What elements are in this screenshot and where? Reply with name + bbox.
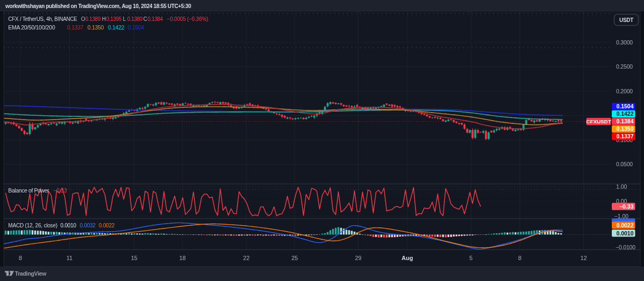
svg-text:MACD (12, 26, close): MACD (12, 26, close) <box>8 223 57 228</box>
svg-text:CFXUSDT: CFXUSDT <box>586 119 611 124</box>
svg-text:29: 29 <box>355 255 361 261</box>
svg-text:0.0022: 0.0022 <box>616 222 633 228</box>
svg-text:workwithshayan published on Tr: workwithshayan published on TradingView.… <box>5 3 192 9</box>
svg-text:25: 25 <box>291 255 298 261</box>
svg-text:O: O <box>81 16 85 22</box>
svg-text:Balance of Power: Balance of Power <box>8 187 49 194</box>
svg-text:0.1422: 0.1422 <box>108 24 125 31</box>
svg-text:0.3000: 0.3000 <box>616 39 633 46</box>
svg-text:0.1389: 0.1389 <box>85 16 101 22</box>
svg-text:0.1422: 0.1422 <box>616 110 633 117</box>
svg-text:5: 5 <box>469 255 472 261</box>
svg-text:−0.33: −0.33 <box>619 203 634 210</box>
svg-text:0.1504: 0.1504 <box>128 24 144 31</box>
svg-text:Aug: Aug <box>401 255 413 261</box>
svg-text:12: 12 <box>580 255 587 261</box>
svg-text:8: 8 <box>19 255 22 261</box>
svg-text:0.0032: 0.0032 <box>80 223 96 228</box>
svg-text:18: 18 <box>179 255 186 261</box>
svg-text:0.0500: 0.0500 <box>616 161 633 167</box>
svg-text:−1.00: −1.00 <box>614 213 629 219</box>
svg-text:0.1384: 0.1384 <box>148 16 163 22</box>
svg-text:TradingView: TradingView <box>15 270 47 277</box>
svg-text:EMA 20/50/100/200: EMA 20/50/100/200 <box>8 24 55 31</box>
svg-text:0.1504: 0.1504 <box>616 103 633 109</box>
svg-text:−0.0100: −0.0100 <box>616 244 635 250</box>
svg-text:CFX / TetherUS, 4h, BINANCE: CFX / TetherUS, 4h, BINANCE <box>8 16 77 22</box>
svg-text:1.00: 1.00 <box>616 183 627 190</box>
svg-text:0.1350: 0.1350 <box>87 24 104 31</box>
svg-text:−0.33: −0.33 <box>53 187 67 194</box>
svg-text:0.1384: 0.1384 <box>616 118 633 124</box>
svg-text:0.1350: 0.1350 <box>616 125 633 132</box>
svg-text:0.0010: 0.0010 <box>61 223 77 228</box>
svg-text:0.0010: 0.0010 <box>616 230 633 236</box>
svg-text:0.1380: 0.1380 <box>127 16 143 22</box>
svg-text:0.2500: 0.2500 <box>616 63 633 70</box>
svg-text:−0.0005 (−0.36%): −0.0005 (−0.36%) <box>167 16 208 22</box>
svg-text:0.0022: 0.0022 <box>99 223 115 228</box>
svg-text:11: 11 <box>67 255 72 261</box>
svg-text:0.1395: 0.1395 <box>106 16 122 22</box>
svg-text:15: 15 <box>131 255 137 261</box>
svg-text:H: H <box>102 16 106 22</box>
svg-text:22: 22 <box>243 255 250 261</box>
svg-text:0.1337: 0.1337 <box>616 133 633 139</box>
svg-text:USDT: USDT <box>619 17 633 23</box>
svg-text:8: 8 <box>518 255 521 261</box>
svg-text:L: L <box>123 16 126 22</box>
svg-text:C: C <box>143 16 147 22</box>
svg-text:0.1337: 0.1337 <box>67 24 84 31</box>
svg-text:0.2000: 0.2000 <box>616 88 633 94</box>
